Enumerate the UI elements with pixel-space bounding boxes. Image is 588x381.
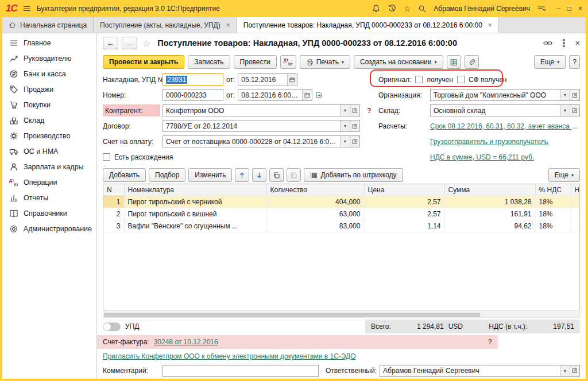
search-icon[interactable]: [417, 4, 427, 13]
chevron-down-icon[interactable]: ▾: [560, 366, 570, 376]
vat-in-sum-link[interactable]: НДС в сумме, USD = 66,211 руб.: [430, 153, 534, 161]
cell-vat-percent[interactable]: 18%: [535, 196, 571, 208]
sidebar-item-production[interactable]: Производство: [2, 128, 96, 143]
maximize-button[interactable]: □: [567, 5, 571, 13]
upd-date-field[interactable]: 05.12.2016: [238, 73, 297, 85]
post-button[interactable]: Провести: [234, 55, 277, 69]
forward-button[interactable]: →: [122, 37, 137, 49]
document-close-icon[interactable]: ×: [575, 39, 580, 47]
col-quantity[interactable]: Количество: [266, 184, 364, 196]
sidebar-item-warehouse[interactable]: Склад: [2, 112, 96, 128]
calendar-icon[interactable]: [302, 90, 312, 100]
settlements-link[interactable]: Срок 08.12.2016, 60.31, 60.32, зачет ава…: [430, 122, 580, 130]
col-price[interactable]: Цена: [364, 184, 444, 196]
comment-field[interactable]: [163, 365, 319, 377]
number-date-field[interactable]: 08.12.2016 6:00:00: [238, 89, 312, 101]
cell-nomenclature[interactable]: Пирог тирольский с черникой: [124, 196, 266, 208]
cell-nomenclature[interactable]: Пирог тирольский с вишней: [124, 208, 266, 220]
horizontal-scrollbar-thumb[interactable]: [104, 313, 480, 317]
cell-vat[interactable]: [571, 208, 579, 220]
open-icon[interactable]: [350, 120, 359, 131]
move-up-button[interactable]: [235, 168, 249, 182]
chevron-down-icon[interactable]: ▾: [340, 136, 350, 147]
number-field[interactable]: 0000-000233: [163, 89, 223, 101]
tab-close-icon[interactable]: ×: [488, 21, 492, 29]
calendar-icon[interactable]: [287, 74, 297, 85]
col-sum[interactable]: Сумма: [444, 184, 535, 196]
counterparty-combo[interactable]: Конфетпром ООО▾: [163, 104, 360, 116]
cell-nomenclature[interactable]: Вафли "Венские" со сгущенным ...: [124, 220, 266, 232]
chevron-down-icon[interactable]: ▾: [560, 105, 570, 116]
organization-combo[interactable]: Торговый дом "Комплексный" ООО▾: [430, 89, 580, 101]
history-icon[interactable]: [388, 4, 397, 13]
col-vat-percent[interactable]: % НДС: [535, 184, 571, 196]
write-button[interactable]: Записать: [188, 55, 230, 69]
date-action-icon[interactable]: [315, 91, 323, 99]
items-more-button[interactable]: Еще▾: [548, 168, 580, 182]
chevron-down-icon[interactable]: ▾: [340, 105, 350, 116]
back-button[interactable]: ←: [103, 37, 118, 49]
current-user[interactable]: Абрамов Геннадий Сергеевич: [434, 5, 530, 13]
post-and-close-button[interactable]: Провести и закрыть: [103, 55, 184, 69]
selection-button[interactable]: Подбор: [149, 168, 185, 182]
open-icon[interactable]: [350, 105, 359, 116]
main-menu-icon[interactable]: [22, 4, 32, 13]
more-dots-icon[interactable]: [559, 38, 568, 48]
sidebar-item-sales[interactable]: Продажи: [2, 81, 96, 97]
table-row[interactable]: 2 Пирог тирольский с вишней 63,000 2,57 …: [103, 208, 579, 220]
original-received-checkbox[interactable]: [415, 76, 423, 83]
edo-invite-link[interactable]: Пригласить Конфетпром ООО к обмену элект…: [103, 352, 356, 360]
invoice-help-icon[interactable]: ?: [488, 338, 492, 346]
sidebar-item-operations[interactable]: ДтКтОперации: [2, 174, 96, 190]
notifications-bell-icon[interactable]: [372, 4, 381, 13]
sidebar-item-reports[interactable]: Отчеты: [2, 190, 96, 205]
open-icon[interactable]: [570, 90, 579, 100]
report-button[interactable]: [447, 55, 461, 69]
table-row[interactable]: 3 Вафли "Венские" со сгущенным ... 83,00…: [103, 220, 579, 232]
invoice-for-payment-combo[interactable]: Счет от поставщика 0000-000228 от 04.12.…: [163, 135, 360, 147]
upd-number-field[interactable]: 23931: [163, 73, 223, 85]
contract-combo[interactable]: 7788/УЕ от 20.12.2014▾: [163, 120, 360, 132]
open-icon[interactable]: [350, 136, 359, 147]
print-button[interactable]: Печать▾: [300, 55, 350, 69]
upd-toggle[interactable]: [103, 322, 121, 331]
cell-vat-percent[interactable]: 18%: [535, 208, 571, 220]
paste-button[interactable]: [287, 168, 301, 182]
add-row-button[interactable]: Добавить: [103, 168, 146, 182]
cell-vat[interactable]: [571, 196, 579, 208]
more-button[interactable]: Еще▾: [534, 55, 566, 69]
col-vat[interactable]: НД: [571, 184, 579, 196]
tab-close-icon[interactable]: ×: [226, 21, 230, 29]
cell-quantity[interactable]: 83,000: [266, 220, 364, 232]
favorite-star-icon[interactable]: ☆: [142, 38, 150, 49]
consignor-link[interactable]: Грузоотправитель и грузополучатель: [430, 138, 548, 146]
minimize-button[interactable]: –: [556, 5, 560, 13]
tab-receipts-list[interactable]: Поступление (акты, накладные, УПД) ×: [94, 17, 237, 33]
copy-button[interactable]: [269, 168, 284, 182]
table-row[interactable]: 1 Пирог тирольский с черникой 404,000 2,…: [103, 196, 579, 208]
add-by-barcode-button[interactable]: Добавить по штрихкоду: [304, 168, 403, 182]
sidebar-item-purchases[interactable]: Покупки: [2, 97, 96, 112]
horizontal-scrollbar[interactable]: [103, 312, 580, 318]
create-on-base-button[interactable]: Создать на основании▾: [354, 55, 443, 69]
favorites-star-icon[interactable]: ☆: [404, 5, 411, 13]
dtkt-postings-button[interactable]: ДтКт: [280, 55, 296, 69]
counterparty-help-icon[interactable]: ?: [367, 107, 371, 115]
responsible-combo[interactable]: Абрамов Геннадий Сергеевич▾: [380, 365, 580, 377]
sidebar-item-bank-cash[interactable]: Банк и касса: [2, 66, 96, 81]
tab-goods-receipt-document[interactable]: Поступление товаров: Накладная, УПД 0000…: [237, 17, 499, 33]
cell-sum[interactable]: 161,91: [444, 208, 535, 220]
sidebar-item-administration[interactable]: Администрирование: [2, 221, 96, 236]
window-close-button[interactable]: ×: [578, 5, 582, 13]
col-nomenclature[interactable]: Номенклатура: [124, 184, 266, 196]
sidebar-item-salary-hr[interactable]: Зарплата и кадры: [2, 159, 96, 174]
sidebar-item-main[interactable]: Главное: [2, 35, 96, 50]
discrepancies-checkbox[interactable]: [103, 153, 110, 161]
cell-quantity[interactable]: 404,000: [266, 196, 364, 208]
open-icon[interactable]: [570, 105, 579, 116]
cell-price[interactable]: 2,57: [364, 196, 444, 208]
cell-sum[interactable]: 94,62: [444, 220, 535, 232]
cell-n[interactable]: 1: [103, 196, 124, 208]
warehouse-combo[interactable]: Основной склад▾: [430, 104, 580, 116]
move-down-button[interactable]: [252, 168, 266, 182]
